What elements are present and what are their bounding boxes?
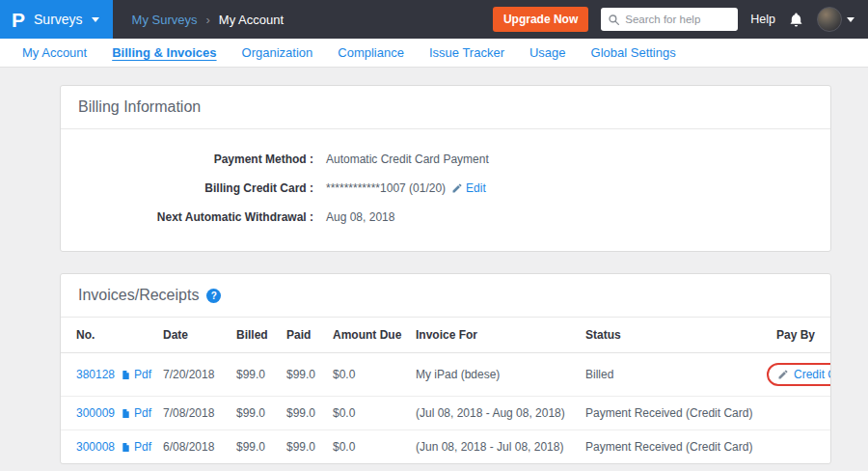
- main-content: Billing Information Payment Method : Aut…: [0, 68, 868, 464]
- topbar-actions: Upgrade Now Help: [493, 7, 868, 32]
- pdf-link-label: Pdf: [134, 368, 151, 381]
- pencil-icon: [451, 182, 463, 194]
- brand-logo: P: [12, 10, 25, 30]
- invoice-amount-due: $0.0: [327, 397, 410, 430]
- chevron-down-icon: [847, 17, 854, 22]
- invoice-billed: $99.0: [231, 397, 281, 430]
- invoice-number-link[interactable]: 300009: [76, 406, 115, 420]
- notifications-bell-icon[interactable]: [788, 12, 804, 28]
- pay-by-credit-card-link[interactable]: Credit Card: [777, 368, 830, 381]
- tab-usage[interactable]: Usage: [517, 39, 579, 68]
- invoices-receipts-card: Invoices/Receipts ? No. Date Billed Paid…: [60, 273, 831, 464]
- breadcrumb: My Surveys › My Account: [132, 13, 284, 27]
- account-nav: My Account Billing & Invoices Organizati…: [0, 39, 868, 68]
- masked-card-number: ************1007 (01/20): [326, 181, 446, 195]
- invoice-amount-due: $0.0: [327, 353, 410, 397]
- breadcrumb-my-surveys[interactable]: My Surveys: [132, 13, 198, 27]
- invoices-card-title: Invoices/Receipts: [78, 287, 199, 304]
- help-icon[interactable]: ?: [206, 289, 221, 303]
- col-header-amount-due: Amount Due: [327, 318, 410, 353]
- edit-card-link[interactable]: Edit: [451, 181, 486, 195]
- billing-card-title: Billing Information: [78, 98, 201, 116]
- col-header-pay-by: Pay By: [761, 318, 830, 353]
- invoice-status: Payment Received (Credit Card): [580, 397, 761, 430]
- table-row: 300008 Pdf 6/08/2018 $99.0 $99.0 $0.0: [61, 430, 830, 464]
- invoice-pay-by: [761, 397, 830, 430]
- tab-global-settings[interactable]: Global Settings: [579, 39, 689, 68]
- pdf-file-icon: [121, 441, 131, 454]
- next-withdrawal-value: Aug 08, 2018: [326, 210, 394, 224]
- billing-card-header: Billing Information: [61, 86, 830, 129]
- search-input[interactable]: [625, 14, 731, 25]
- pdf-link-label: Pdf: [134, 406, 151, 420]
- invoice-for: (Jun 08, 2018 - Jul 08, 2018): [410, 430, 580, 464]
- help-search[interactable]: [601, 8, 738, 31]
- payment-method-label: Payment Method :: [61, 152, 313, 166]
- invoice-billed: $99.0: [231, 430, 281, 464]
- tab-my-account[interactable]: My Account: [10, 39, 99, 68]
- invoices-table: No. Date Billed Paid Amount Due Invoice …: [61, 318, 830, 463]
- product-label: Surveys: [34, 12, 83, 27]
- pay-by-label: Credit Card: [794, 368, 830, 381]
- invoice-date: 7/20/2018: [157, 353, 231, 397]
- next-withdrawal-label: Next Automatic Withdrawal :: [61, 210, 313, 224]
- pdf-file-icon: [121, 407, 131, 420]
- invoice-billed: $99.0: [231, 353, 281, 397]
- account-menu[interactable]: [817, 7, 854, 32]
- billing-credit-card-value: ************1007 (01/20) Edit: [326, 181, 486, 195]
- edit-link-label: Edit: [466, 181, 486, 195]
- invoice-paid: $99.0: [281, 430, 327, 464]
- tab-issue-tracker[interactable]: Issue Tracker: [417, 39, 517, 68]
- invoice-status: Billed: [580, 353, 761, 397]
- invoice-for: My iPad (bdese): [410, 353, 580, 397]
- payment-method-row: Payment Method : Automatic Credit Card P…: [61, 152, 830, 166]
- col-header-billed: Billed: [231, 318, 281, 353]
- pdf-link[interactable]: Pdf: [121, 406, 151, 420]
- invoice-date: 7/08/2018: [157, 397, 231, 430]
- upgrade-now-button[interactable]: Upgrade Now: [493, 7, 588, 32]
- invoice-status: Payment Received (Credit Card): [580, 430, 761, 464]
- invoice-amount-due: $0.0: [327, 430, 410, 464]
- table-header-row: No. Date Billed Paid Amount Due Invoice …: [61, 318, 830, 353]
- invoice-paid: $99.0: [281, 397, 327, 430]
- search-icon: [608, 14, 620, 26]
- col-header-date: Date: [157, 318, 231, 353]
- invoices-card-header: Invoices/Receipts ?: [61, 274, 830, 318]
- table-row: 300009 Pdf 7/08/2018 $99.0 $99.0 $0.0: [61, 397, 830, 430]
- billing-credit-card-label: Billing Credit Card :: [61, 181, 313, 195]
- tab-billing-invoices[interactable]: Billing & Invoices: [99, 39, 229, 68]
- col-header-status: Status: [580, 318, 761, 353]
- help-link[interactable]: Help: [750, 13, 775, 26]
- invoice-number-link[interactable]: 300008: [76, 440, 115, 454]
- chevron-down-icon: [92, 17, 99, 22]
- payment-method-value: Automatic Credit Card Payment: [326, 152, 489, 166]
- col-header-no: No.: [61, 318, 157, 353]
- invoice-paid: $99.0: [281, 353, 327, 397]
- col-header-paid: Paid: [281, 318, 327, 353]
- breadcrumb-my-account: My Account: [219, 13, 284, 27]
- breadcrumb-separator-icon: ›: [206, 13, 210, 27]
- table-row: 380128 Pdf 7/20/2018 $99.0 $99.0 $0.0: [61, 353, 830, 397]
- billing-fields: Payment Method : Automatic Credit Card P…: [61, 129, 830, 251]
- pencil-icon: [777, 369, 789, 380]
- billing-credit-card-row: Billing Credit Card : ************1007 (…: [61, 181, 830, 195]
- pdf-file-icon: [121, 369, 131, 381]
- invoice-for: (Jul 08, 2018 - Aug 08, 2018): [410, 397, 580, 430]
- annotation-highlight-ring: Credit Card: [767, 363, 830, 386]
- pdf-link[interactable]: Pdf: [121, 368, 151, 381]
- product-switcher[interactable]: P Surveys: [0, 0, 113, 39]
- tab-compliance[interactable]: Compliance: [325, 39, 417, 68]
- pdf-link[interactable]: Pdf: [121, 440, 151, 454]
- invoice-pay-by: [761, 430, 830, 464]
- billing-information-card: Billing Information Payment Method : Aut…: [60, 85, 831, 252]
- invoice-date: 6/08/2018: [157, 430, 231, 464]
- avatar: [817, 7, 842, 32]
- col-header-invoice-for: Invoice For: [410, 318, 580, 353]
- next-withdrawal-row: Next Automatic Withdrawal : Aug 08, 2018: [61, 210, 830, 224]
- invoice-number-link[interactable]: 380128: [76, 368, 115, 381]
- top-bar: P Surveys My Surveys › My Account Upgrad…: [0, 0, 868, 39]
- tab-organization[interactable]: Organization: [230, 39, 326, 68]
- pdf-link-label: Pdf: [134, 440, 151, 454]
